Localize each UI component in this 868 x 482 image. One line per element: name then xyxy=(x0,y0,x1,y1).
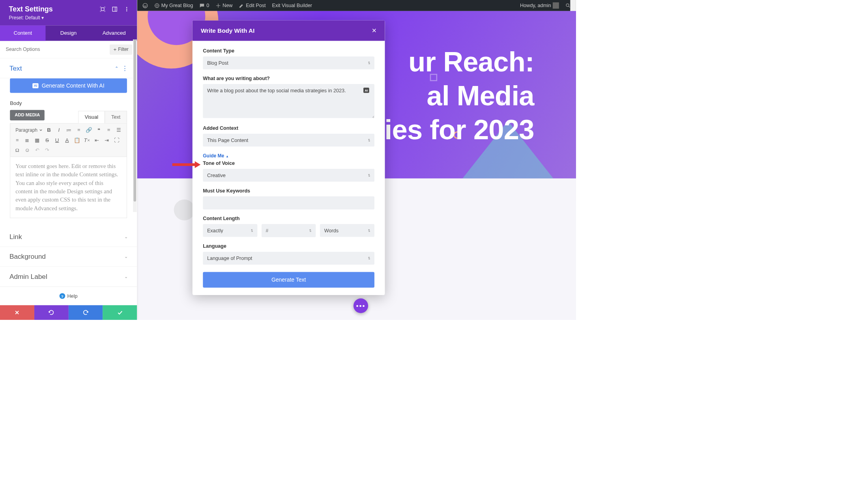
section-text[interactable]: Text ⌃ ⋮ xyxy=(0,58,137,78)
tab-design[interactable]: Design xyxy=(46,25,92,41)
paragraph-select[interactable]: Paragraph xyxy=(13,126,43,134)
length-mode-select[interactable]: Exactly xyxy=(203,224,257,237)
avatar xyxy=(553,2,559,9)
context-select[interactable]: This Page Content xyxy=(203,134,374,147)
expand-icon[interactable] xyxy=(100,6,106,12)
wp-admin-bar: My Great Blog 0 New Edit Post Exit Visua… xyxy=(137,0,576,11)
edit-post-link[interactable]: Edit Post xyxy=(236,3,269,9)
search-row: +Filter xyxy=(0,41,137,58)
editor-tab-text[interactable]: Text xyxy=(105,111,127,123)
site-name: My Great Blog xyxy=(161,3,193,9)
guide-me-toggle[interactable]: Guide Me▲ xyxy=(203,153,229,159)
tone-select[interactable]: Creative xyxy=(203,169,374,182)
language-label: Language xyxy=(203,243,374,249)
length-unit-select[interactable]: Words xyxy=(320,224,374,237)
exit-builder-link[interactable]: Exit Visual Builder xyxy=(269,3,315,9)
add-media-button[interactable]: ADD MEDIA xyxy=(10,110,45,121)
section-background[interactable]: Background⌄ xyxy=(0,247,137,267)
howdy-link[interactable]: Howdy, admin xyxy=(517,2,562,9)
module-settings-panel: Text Settings Preset: Default ▾ Content … xyxy=(0,0,137,320)
align-center-button[interactable]: ☰ xyxy=(115,126,123,134)
svg-point-7 xyxy=(126,9,127,9)
keywords-label: Must Use Keywords xyxy=(203,188,374,194)
chevron-down-icon: ⌄ xyxy=(124,274,128,279)
align-left-button[interactable]: ≡ xyxy=(105,126,112,134)
undo-button[interactable]: ↶ xyxy=(33,146,41,154)
special-char-button[interactable]: Ω xyxy=(13,146,21,154)
svg-point-8 xyxy=(126,10,127,11)
save-button[interactable] xyxy=(103,305,137,320)
chevron-down-icon: ⌄ xyxy=(124,234,128,239)
keywords-input[interactable] xyxy=(203,196,374,209)
ul-button[interactable]: ≔ xyxy=(65,126,73,134)
table-button[interactable]: ▦ xyxy=(33,136,41,144)
link-button[interactable]: 🔗 xyxy=(85,126,93,134)
section-link[interactable]: Link⌄ xyxy=(0,227,137,247)
ai-icon: AI xyxy=(33,83,39,88)
underline-button[interactable]: U xyxy=(53,136,61,144)
preset-selector[interactable]: Preset: Default ▾ xyxy=(9,15,128,21)
site-link[interactable]: My Great Blog xyxy=(151,3,196,9)
textcolor-button[interactable]: A xyxy=(63,136,71,144)
wp-logo[interactable] xyxy=(139,3,151,8)
content-type-select[interactable]: Blog Post xyxy=(203,56,374,69)
builder-fab[interactable]: ••• xyxy=(354,299,368,313)
quote-button[interactable]: ❝ xyxy=(95,126,103,134)
fullscreen-button[interactable]: ⛶ xyxy=(113,136,121,144)
close-icon[interactable]: × xyxy=(372,26,377,35)
discard-button[interactable] xyxy=(0,305,34,320)
comments-link[interactable]: 0 xyxy=(196,3,212,9)
emoji-button[interactable]: ☺ xyxy=(23,146,31,154)
language-select[interactable]: Language of Prompt xyxy=(203,252,374,265)
snap-icon[interactable] xyxy=(112,6,118,12)
generate-text-button[interactable]: Generate Text xyxy=(203,272,374,288)
strike-button[interactable]: S xyxy=(43,136,51,144)
undo-button[interactable] xyxy=(34,305,69,320)
redo-button[interactable] xyxy=(69,305,103,320)
redo-button[interactable]: ↷ xyxy=(43,146,51,154)
clear-button[interactable]: T× xyxy=(83,136,91,144)
section-admin-label[interactable]: Admin Label⌄ xyxy=(0,267,137,286)
comments-count: 0 xyxy=(206,3,209,9)
modal-header: Write Body With AI × xyxy=(193,21,385,41)
about-textarea[interactable]: Write a blog post about the top social m… xyxy=(203,84,374,118)
panel-header: Text Settings Preset: Default ▾ xyxy=(0,0,137,25)
search-input[interactable] xyxy=(5,44,110,55)
generate-ai-button[interactable]: AIGenerate Content With AI xyxy=(10,78,127,93)
indent-button[interactable]: ⇥ xyxy=(103,136,111,144)
length-label: Content Length xyxy=(203,216,374,222)
chevron-up-icon: ⌃ xyxy=(115,66,118,71)
about-label: What are you writing about? xyxy=(203,76,374,82)
tone-label: Tone of Voice xyxy=(203,161,374,166)
svg-rect-3 xyxy=(101,8,104,11)
help-link[interactable]: ?Help xyxy=(0,287,137,305)
context-label: Added Context xyxy=(203,125,374,131)
ellipsis-icon: ••• xyxy=(356,302,365,310)
editor-tab-visual[interactable]: Visual xyxy=(78,111,105,123)
new-link[interactable]: New xyxy=(212,3,236,9)
length-number-input[interactable] xyxy=(262,224,316,237)
tab-advanced[interactable]: Advanced xyxy=(91,25,137,41)
panel-footer xyxy=(0,305,137,320)
ai-modal: Write Body With AI × Content Type Blog P… xyxy=(193,21,385,295)
section-more-icon[interactable]: ⋮ xyxy=(122,65,128,71)
bold-button[interactable]: B xyxy=(45,126,53,134)
body-label: Body xyxy=(10,100,127,106)
filter-button[interactable]: +Filter xyxy=(110,44,132,54)
hero-title: ur Reach: al Media gies for 2023 xyxy=(368,45,534,146)
content-type-label: Content Type xyxy=(203,48,374,54)
align-justify-button[interactable]: ≣ xyxy=(23,136,31,144)
ai-badge-icon[interactable]: AI xyxy=(363,88,369,93)
align-right-button[interactable]: ≡ xyxy=(13,136,21,144)
outdent-button[interactable]: ⇤ xyxy=(93,136,101,144)
tab-content[interactable]: Content xyxy=(0,25,46,41)
svg-point-6 xyxy=(126,7,127,8)
italic-button[interactable]: I xyxy=(55,126,63,134)
panel-scrollbar[interactable] xyxy=(133,39,137,212)
ol-button[interactable]: ≡ xyxy=(75,126,83,134)
more-icon[interactable] xyxy=(124,6,130,12)
chevron-down-icon: ⌄ xyxy=(124,254,128,259)
content-editor[interactable]: Your content goes here. Edit or remove t… xyxy=(10,157,127,218)
annotation-arrow xyxy=(172,161,201,168)
paste-button[interactable]: 📋 xyxy=(73,136,81,144)
